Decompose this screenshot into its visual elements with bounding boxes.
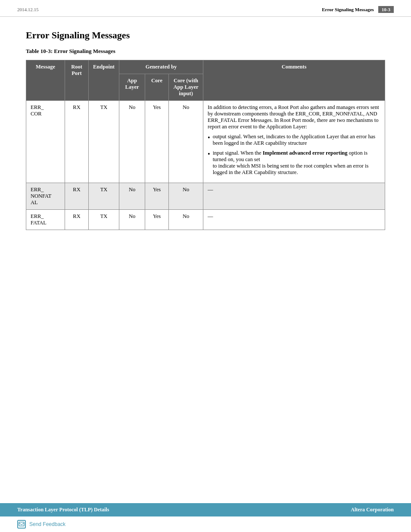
header-title: Error Signaling Messages	[322, 7, 374, 12]
footer-bar: Transaction Layer Protocol (TLP) Details…	[0, 503, 411, 516]
footer-feedback-area: Send Feedback	[0, 516, 411, 532]
page-title: Error Signaling Messages	[26, 30, 385, 41]
cell-endpoint-2: TX	[89, 183, 119, 210]
col-header-generated-by: Generated by	[119, 60, 203, 74]
cell-message-3: ERR_FATAL	[26, 210, 65, 230]
cell-app-layer-1: No	[119, 101, 145, 183]
footer-right: Altera Corporation	[351, 507, 394, 513]
feedback-icon	[17, 520, 26, 529]
feedback-link[interactable]: Send Feedback	[29, 521, 65, 527]
cell-core-1: Yes	[145, 101, 169, 183]
cell-core-with-2: No	[169, 183, 203, 210]
bullet-2-end: to indicate which MSI is being sent to t…	[213, 163, 369, 175]
table-row: ERR_FATAL RX TX No Yes No —	[26, 210, 385, 230]
footer-left: Transaction Layer Protocol (TLP) Details	[17, 507, 109, 513]
col-header-app-layer: App Layer	[119, 74, 145, 101]
cell-comments-3: —	[203, 210, 385, 230]
cell-app-layer-2: No	[119, 183, 145, 210]
error-signaling-table: Message Root Port Endpoint Generated by …	[26, 60, 385, 230]
col-header-core-with: Core (with App Layer input)	[169, 74, 203, 101]
col-header-comments: Comments	[203, 60, 385, 101]
cell-core-with-3: No	[169, 210, 203, 230]
cell-comments-1: In addition to detecting errors, a Root …	[203, 101, 385, 183]
bullet-item-2: input signal. When the Implement advance…	[208, 150, 380, 176]
table-row: ERR_COR RX TX No Yes No In addition to d…	[26, 101, 385, 183]
col-header-root-port: Root Port	[65, 60, 89, 101]
comments-intro: In addition to detecting errors, a Root …	[208, 104, 379, 130]
bullet-2-bold: Implement advanced error reporting	[263, 150, 348, 156]
cell-endpoint-1: TX	[89, 101, 119, 183]
cell-root-port-3: RX	[65, 210, 89, 230]
col-header-message: Message	[26, 60, 65, 101]
table-caption: Table 10-3: Error Signaling Messages	[26, 48, 385, 55]
cell-endpoint-3: TX	[89, 210, 119, 230]
col-header-endpoint: Endpoint	[89, 60, 119, 101]
cell-core-2: Yes	[145, 183, 169, 210]
header-right: Error Signaling Messages 10-3	[322, 6, 394, 13]
svg-rect-0	[19, 522, 24, 526]
cell-comments-2: —	[203, 183, 385, 210]
cell-app-layer-3: No	[119, 210, 145, 230]
cell-core-with-1: No	[169, 101, 203, 183]
cell-core-3: Yes	[145, 210, 169, 230]
comments-bullets: output signal. When set, indicates to th…	[208, 134, 380, 176]
bullet-1-text: output signal. When set, indicates to th…	[213, 134, 380, 146]
col-header-core: Core	[145, 74, 169, 101]
page-number: 10-3	[378, 6, 394, 13]
bullet-item-1: output signal. When set, indicates to th…	[208, 134, 380, 146]
page-header: 2014.12.15 Error Signaling Messages 10-3	[0, 0, 411, 17]
page-footer: Transaction Layer Protocol (TLP) Details…	[0, 503, 411, 532]
cell-message-2: ERR_NONFATAL	[26, 183, 65, 210]
bullet-2-content: input signal. When the Implement advance…	[213, 150, 380, 176]
cell-root-port-2: RX	[65, 183, 89, 210]
cell-message-1: ERR_COR	[26, 101, 65, 183]
bullet-2-pre: input signal. When the	[213, 150, 263, 156]
header-date: 2014.12.15	[17, 7, 39, 12]
cell-root-port-1: RX	[65, 101, 89, 183]
content-area: Error Signaling Messages Table 10-3: Err…	[0, 17, 411, 247]
table-row: ERR_NONFATAL RX TX No Yes No —	[26, 183, 385, 210]
